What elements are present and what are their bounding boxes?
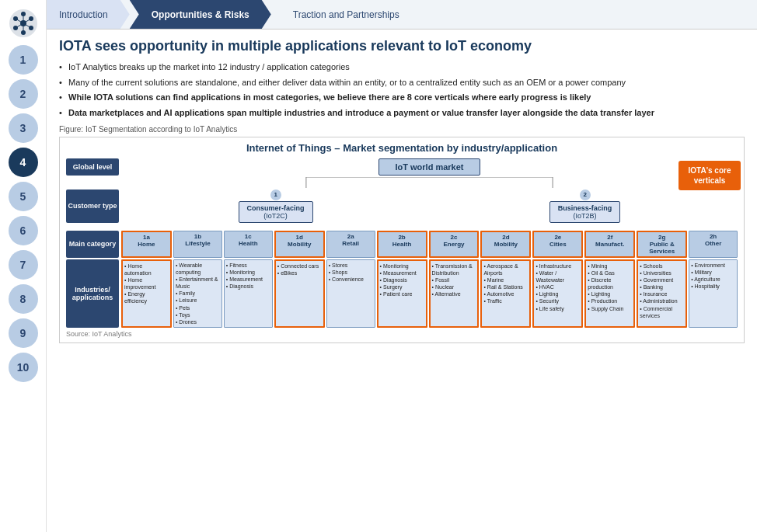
content-area: IOTA sees opportunity in multiple applic… (47, 30, 757, 532)
industries-label: Industries/ applications (66, 259, 119, 328)
consumer-box: Consumer-facing(IoT2C) (239, 201, 313, 223)
sidebar: 1 2 3 4 5 6 7 8 9 10 (0, 0, 47, 532)
figure-caption: Figure: IoT Segmentation according to Io… (59, 125, 745, 134)
diagram-title: Internet of Things – Market segmentation… (66, 142, 738, 154)
global-label: Global level (66, 158, 119, 176)
customer-type-row: Customer type 1 Consumer-facing(IoT2C) 2… (66, 190, 738, 223)
nav-introduction[interactable]: Introduction (47, 0, 130, 29)
navbar: Introduction Opportunities & Risks Tract… (47, 0, 757, 30)
ind-2f: MiningOil & GasDiscrete productionLighti… (584, 259, 635, 328)
bullet-3: While IOTA solutions can find applicatio… (59, 92, 745, 103)
cat-2g: 2gPublic & Services (637, 231, 687, 258)
sidebar-item-7[interactable]: 7 (9, 250, 38, 280)
iot-world-box: IoT world market (378, 158, 480, 176)
industries-row: Industries/ applications Home automation… (66, 259, 738, 328)
cat-1d: 1dMobility (274, 231, 325, 258)
sidebar-item-6[interactable]: 6 (9, 216, 38, 245)
business-badge: 2 (580, 190, 591, 200)
cat-2a: 2aRetail (326, 231, 375, 258)
bullet-2: Many of the current solutions are standa… (59, 77, 745, 89)
ind-2e: InfrastructureWater / WastewaterHVACLigh… (532, 259, 583, 328)
ind-2b: MonitoringMeasurementDiagnosisSurgeryPat… (377, 259, 427, 328)
cat-2b: 2bHealth (377, 231, 427, 258)
business-box: Business-facing(IoT2B) (549, 201, 621, 223)
ind-1d: Connected carseBikes (274, 259, 325, 328)
cat-2c: 2cEnergy (429, 231, 480, 258)
ind-1b: Wearable computingEntertainment & MusicF… (173, 259, 222, 328)
nav-opportunities[interactable]: Opportunities & Risks (130, 0, 271, 29)
cat-1a: 1aHome (121, 231, 172, 258)
cat-2f: 2fManufact. (584, 231, 635, 258)
main-category-row: Main category 1aHome 1bLifestyle 1cHealt… (66, 231, 738, 258)
sidebar-item-1[interactable]: 1 (9, 45, 38, 75)
categories-content: 1aHome 1bLifestyle 1cHealth 1dMobility 2… (121, 231, 738, 258)
ind-2c: Transmission & DistributionFossilNuclear… (429, 259, 480, 328)
sidebar-item-5[interactable]: 5 (9, 182, 38, 211)
cat-2e: 2eCities (532, 231, 583, 258)
main-content: Introduction Opportunities & Risks Tract… (47, 0, 757, 532)
connector-svg-1 (121, 177, 738, 188)
cat-1c: 1cHealth (224, 231, 273, 258)
sidebar-item-2[interactable]: 2 (9, 79, 38, 109)
bullet-4: Data marketplaces and AI applications sp… (59, 107, 745, 119)
sidebar-item-8[interactable]: 8 (9, 284, 38, 314)
ind-1c: FitnessMonitoringMeasurementDiagnosis (224, 259, 273, 328)
cat-1b: 1bLifestyle (173, 231, 222, 258)
cat-2d: 2dMobility (480, 231, 531, 258)
ind-1a: Home automationHome improvementEnergy ef… (121, 259, 172, 328)
global-level-row: Global level IoT world market (66, 158, 738, 176)
business-facing-group: 2 Business-facing(IoT2B) (549, 190, 621, 223)
bullet-list: IoT Analytics breaks up the market into … (59, 61, 745, 119)
main-cat-label: Main category (66, 231, 119, 258)
global-content: IoT world market (121, 158, 738, 176)
sidebar-item-3[interactable]: 3 (9, 113, 38, 143)
source-text: Source: IoT Analytics (66, 330, 738, 338)
connector-global (66, 177, 738, 188)
sidebar-item-9[interactable]: 9 (9, 318, 38, 348)
iot-diagram: Internet of Things – Market segmentation… (59, 137, 745, 343)
ind-2a: StoresShopsConvenience (326, 259, 375, 328)
customer-label: Customer type (66, 190, 119, 223)
consumer-facing-group: 1 Consumer-facing(IoT2C) (239, 190, 313, 223)
logo (8, 8, 39, 39)
consumer-badge: 1 (270, 190, 281, 200)
industries-content: Home automationHome improvementEnergy ef… (121, 259, 738, 328)
diagram-body: Global level IoT world market (66, 158, 738, 328)
bullet-1: IoT Analytics breaks up the market into … (59, 61, 745, 73)
sidebar-item-4[interactable]: 4 (9, 148, 38, 177)
ind-2d: Aerospace & AirportsMarineRail & Station… (480, 259, 531, 328)
cat-2h: 2hOther (689, 231, 738, 258)
connector-customer (66, 224, 738, 229)
page-title: IOTA sees opportunity in multiple applic… (59, 37, 745, 55)
sidebar-item-10[interactable]: 10 (9, 353, 38, 382)
ind-2h: EnvironmentMilitaryAgricultureHospitalit… (689, 259, 738, 328)
customer-content: 1 Consumer-facing(IoT2C) 2 Business-faci… (121, 190, 738, 223)
nav-traction[interactable]: Traction and Partnerships (271, 0, 418, 29)
ind-2g: SchoolsUniversitiesGovernmentBankingInsu… (637, 259, 687, 328)
